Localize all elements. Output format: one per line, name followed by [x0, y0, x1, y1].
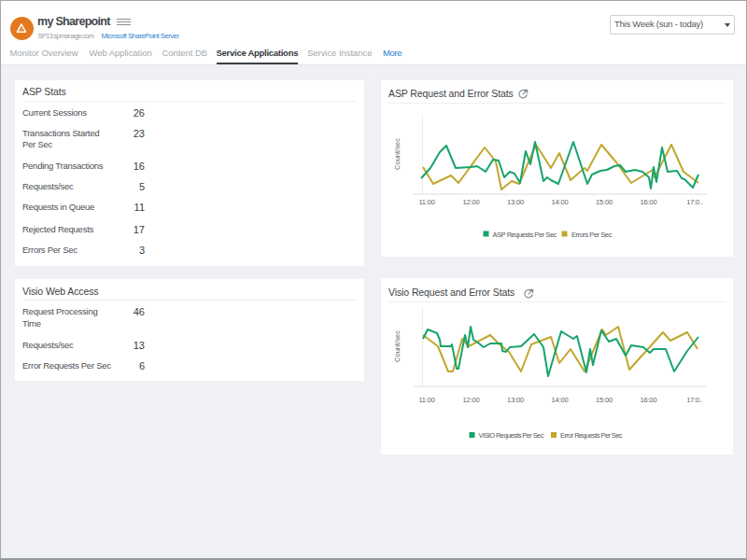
svg-text:11:00: 11:00 — [418, 396, 434, 404]
svg-text:15:00: 15:00 — [596, 198, 613, 206]
svg-text:14:00: 14:00 — [552, 198, 569, 206]
svg-text:ASP Requests Per Sec: ASP Requests Per Sec — [493, 231, 557, 239]
svg-text:17:0..: 17:0.. — [686, 198, 703, 206]
svg-text:17:0..: 17:0.. — [686, 396, 703, 404]
svg-text:Count/sec: Count/sec — [393, 138, 402, 170]
svg-text:13:00: 13:00 — [507, 396, 524, 404]
svg-text:13:00: 13:00 — [507, 198, 524, 206]
svg-text:VISIO Requests Per Sec: VISIO Requests Per Sec — [479, 431, 544, 440]
svg-text:12:00: 12:00 — [463, 396, 480, 404]
svg-text:11:00: 11:00 — [418, 198, 434, 206]
svg-text:16:00: 16:00 — [641, 396, 657, 404]
svg-text:12:00: 12:00 — [463, 198, 480, 206]
svg-text:Error Requests Per Sec: Error Requests Per Sec — [560, 431, 623, 440]
svg-text:14:00: 14:00 — [552, 396, 569, 404]
svg-text:Count/sec: Count/sec — [393, 330, 402, 362]
svg-text:15:00: 15:00 — [596, 396, 613, 404]
svg-text:16:00: 16:00 — [641, 198, 657, 206]
svg-text:Errors Per Sec: Errors Per Sec — [571, 231, 613, 239]
